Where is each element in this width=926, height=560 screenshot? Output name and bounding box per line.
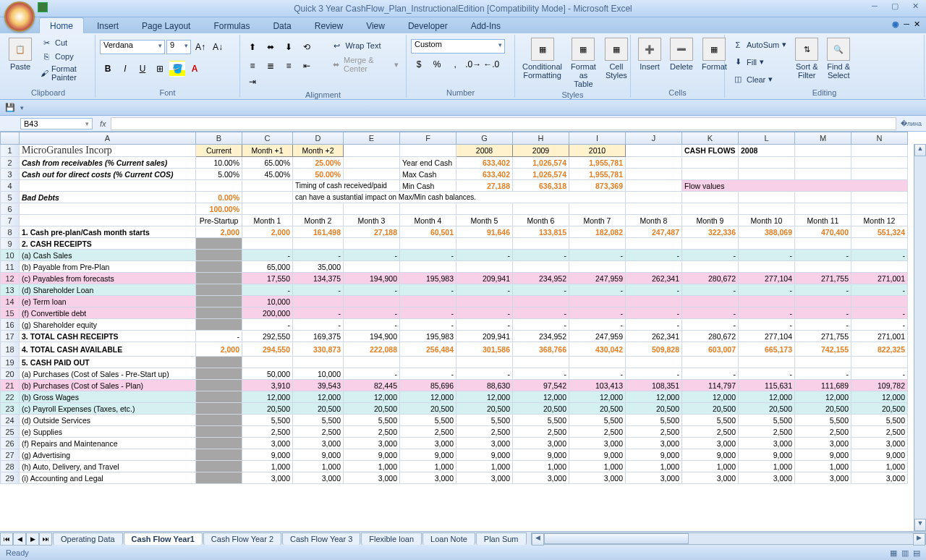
cell[interactable]: 2008 — [456, 145, 513, 157]
cell[interactable] — [400, 296, 456, 307]
cell[interactable]: (b) Payable from Pre-Plan — [20, 261, 196, 273]
cell[interactable]: (e) Supplies — [20, 426, 196, 438]
cell[interactable]: 20,500 — [795, 403, 851, 415]
cell[interactable]: Cash out for direct costs (% Current COS… — [20, 169, 196, 180]
cell[interactable]: 368,766 — [513, 342, 569, 357]
cell[interactable]: (b) Purchases (Cost of Sales - Plan) — [20, 380, 196, 391]
cell[interactable]: Month 11 — [795, 215, 851, 226]
col-header-I[interactable]: I — [569, 132, 626, 145]
cell[interactable]: - — [344, 319, 400, 331]
col-header-J[interactable]: J — [626, 132, 682, 145]
cell[interactable]: 9,000 — [682, 449, 739, 461]
cell[interactable]: 2,500 — [242, 426, 293, 438]
cell[interactable] — [344, 357, 400, 368]
cell[interactable]: - — [795, 250, 851, 261]
cell[interactable]: 10.00% — [196, 157, 242, 169]
cell[interactable] — [196, 284, 242, 296]
cell[interactable]: 3,000 — [851, 438, 908, 449]
cell[interactable]: 12,000 — [682, 391, 739, 403]
format-painter-button[interactable]: 🖌Format Painter — [38, 64, 90, 82]
cell[interactable]: - — [400, 284, 456, 296]
cell[interactable]: - — [456, 319, 513, 331]
cell[interactable]: - — [569, 284, 626, 296]
cell[interactable] — [851, 238, 908, 250]
cell[interactable]: 3,000 — [242, 472, 293, 484]
cell[interactable]: 3,000 — [682, 472, 739, 484]
close-button[interactable]: ✕ — [907, 1, 923, 13]
cell[interactable]: 2009 — [513, 145, 569, 157]
cell[interactable] — [739, 357, 795, 368]
cell[interactable] — [739, 169, 795, 180]
cell[interactable] — [242, 357, 293, 368]
cell[interactable]: 20,500 — [293, 403, 344, 415]
col-header-K[interactable]: K — [682, 132, 739, 145]
row-header[interactable]: 4 — [1, 180, 20, 192]
cell[interactable] — [242, 203, 293, 215]
sheet-tab[interactable]: Flexible loan — [361, 533, 422, 545]
cell[interactable] — [851, 169, 908, 180]
cell[interactable]: (g) Shareholder equity — [20, 319, 196, 331]
cell[interactable] — [456, 357, 513, 368]
cell[interactable] — [626, 296, 682, 307]
row-header[interactable]: 9 — [1, 238, 20, 250]
cell[interactable] — [293, 238, 344, 250]
cell[interactable]: Month +2 — [293, 145, 344, 157]
cell[interactable]: - — [344, 284, 400, 296]
cell[interactable]: - — [344, 250, 400, 261]
cell[interactable] — [795, 169, 851, 180]
cell[interactable]: - — [626, 319, 682, 331]
col-header-M[interactable]: M — [795, 132, 851, 145]
cell[interactable]: - — [293, 307, 344, 319]
cell[interactable]: - — [242, 284, 293, 296]
cell[interactable] — [513, 357, 569, 368]
cell[interactable]: 0.00% — [196, 192, 242, 203]
cell[interactable]: 294,550 — [242, 342, 293, 357]
restore-button[interactable]: ▢ — [887, 1, 903, 13]
cell[interactable]: - — [513, 250, 569, 261]
align-center-button[interactable]: ≣ — [263, 58, 279, 74]
cell[interactable] — [400, 145, 456, 157]
cell[interactable]: 9,000 — [851, 449, 908, 461]
cell[interactable]: 247,959 — [569, 273, 626, 284]
cell[interactable]: 3,000 — [739, 472, 795, 484]
cell[interactable]: 109,782 — [851, 380, 908, 391]
cell[interactable]: (g) Advertising — [20, 449, 196, 461]
cell[interactable] — [196, 403, 242, 415]
cell[interactable]: can have a sustantial impact on Max/Min … — [293, 192, 626, 203]
cell-styles-button[interactable]: ▦Cell Styles — [602, 36, 631, 90]
cell[interactable] — [196, 449, 242, 461]
cell[interactable]: 65,000 — [242, 261, 293, 273]
cell[interactable] — [293, 203, 344, 215]
cell[interactable] — [513, 296, 569, 307]
tab-data[interactable]: Data — [263, 18, 301, 33]
cell[interactable]: - — [344, 307, 400, 319]
cell[interactable]: 108,351 — [626, 380, 682, 391]
cell[interactable]: - — [626, 284, 682, 296]
cell[interactable]: - — [739, 368, 795, 380]
cell[interactable]: 271,755 — [795, 273, 851, 284]
cell[interactable] — [795, 296, 851, 307]
row-header[interactable]: 20 — [1, 368, 20, 380]
cell[interactable]: 301,586 — [456, 342, 513, 357]
bold-button[interactable]: B — [100, 61, 116, 77]
cell[interactable] — [293, 357, 344, 368]
font-size-combo[interactable]: 9 — [166, 40, 191, 54]
cell[interactable] — [293, 296, 344, 307]
cell[interactable]: - — [456, 284, 513, 296]
cell[interactable]: 742,155 — [795, 342, 851, 357]
delete-cells-button[interactable]: ➖Delete — [667, 36, 696, 88]
tab-page-layout[interactable]: Page Layout — [132, 18, 200, 33]
cell[interactable]: 3,000 — [293, 438, 344, 449]
cell[interactable]: 3,000 — [456, 472, 513, 484]
row-header[interactable]: 10 — [1, 250, 20, 261]
cell[interactable]: 1,000 — [795, 461, 851, 472]
cell[interactable]: - — [569, 368, 626, 380]
cell[interactable]: Month 9 — [682, 215, 739, 226]
cell[interactable]: - — [682, 307, 739, 319]
cell[interactable]: (a) Cash Sales — [20, 250, 196, 261]
row-header[interactable]: 27 — [1, 449, 20, 461]
cell[interactable]: Month 5 — [456, 215, 513, 226]
currency-button[interactable]: $ — [411, 56, 427, 72]
cell[interactable]: Max Cash — [400, 169, 456, 180]
cell[interactable]: 1,026,574 — [513, 157, 569, 169]
